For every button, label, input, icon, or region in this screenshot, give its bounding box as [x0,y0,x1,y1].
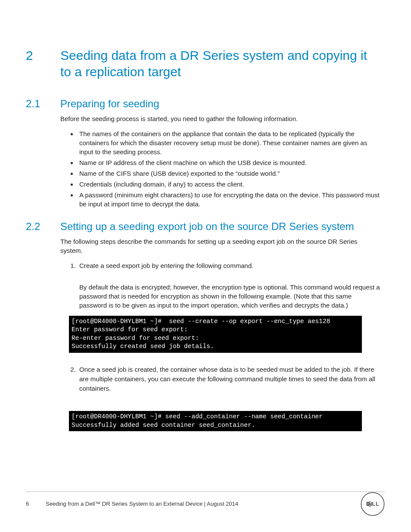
subsection-title: Setting up a seeding export job on the s… [60,221,354,233]
step-text: Create a seed export job by entering the… [79,262,253,269]
section-title: Seeding data from a DR Series system and… [60,47,381,80]
subsection-number: 2.2 [26,221,60,233]
step-text: Once a seed job is created, the containe… [79,366,375,392]
step-item: Create a seed export job by entering the… [78,261,381,353]
subsection-heading: 2.1 Preparing for seeding [26,98,381,110]
footer-title: Seeding from a Dell™ DR Series System to… [46,501,385,507]
terminal-output: [root@DR4000-DHYLBM1 ~]# seed --add_cont… [69,411,362,431]
subsection-heading: 2.2 Setting up a seeding export job on t… [26,221,381,233]
list-item: Name of the CIFS share (USB device) expo… [78,169,381,178]
subsection-body: Before the seeding process is started, y… [60,114,381,208]
intro-paragraph: The following steps describe the command… [60,237,381,255]
step-note: By default the data is encrypted; howeve… [79,283,381,310]
step-item: Once a seed job is created, the containe… [78,365,381,431]
intro-paragraph: Before the seeding process is started, y… [60,114,381,123]
list-item: A password (minimum eight characters) to… [78,190,381,208]
subsection-number: 2.1 [26,98,60,110]
bullet-list: The names of the containers on the appli… [78,129,381,208]
terminal-output: [root@DR4000-DHYLBM1 ~]# seed --create -… [69,316,362,353]
page-footer: 6 Seeding from a Dell™ DR Series System … [26,492,385,507]
dell-logo-icon: D LL [360,492,385,516]
document-page: 2 Seeding data from a DR Series system a… [0,0,411,532]
list-item: Credentials (including domain, if any) t… [78,180,381,189]
page-number: 6 [26,501,46,507]
svg-text:D LL: D LL [366,501,380,507]
subsection-body: The following steps describe the command… [60,237,381,431]
ordered-steps: Create a seed export job by entering the… [78,261,381,431]
section-number: 2 [26,47,60,64]
list-item: The names of the containers on the appli… [78,129,381,156]
list-item: Name or IP address of the client machine… [78,158,381,167]
section-heading: 2 Seeding data from a DR Series system a… [26,47,381,80]
subsection-title: Preparing for seeding [60,98,159,110]
